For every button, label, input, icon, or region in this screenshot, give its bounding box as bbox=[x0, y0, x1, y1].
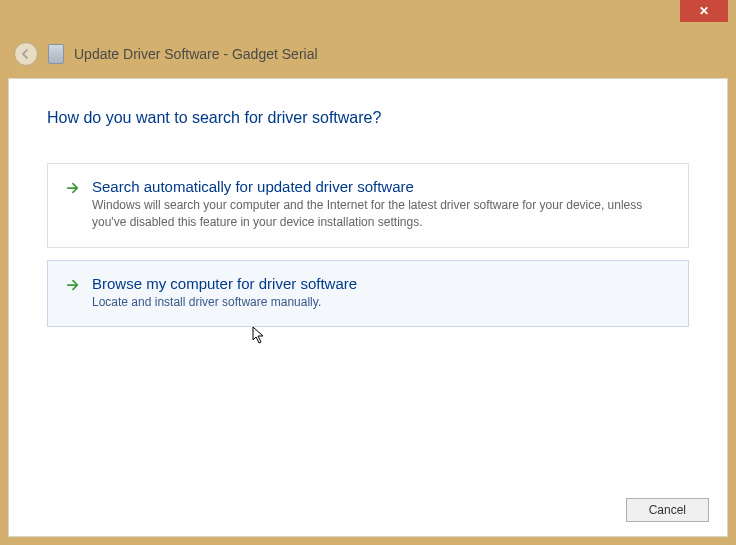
option-title: Browse my computer for driver software bbox=[92, 275, 670, 292]
option-content: Search automatically for updated driver … bbox=[92, 178, 670, 231]
button-bar: Cancel bbox=[626, 498, 709, 522]
option-browse-computer[interactable]: Browse my computer for driver software L… bbox=[47, 260, 689, 328]
option-search-automatically[interactable]: Search automatically for updated driver … bbox=[47, 163, 689, 248]
back-arrow-icon bbox=[20, 48, 32, 60]
window-title: Update Driver Software - Gadget Serial bbox=[74, 46, 318, 62]
option-description: Windows will search your computer and th… bbox=[92, 197, 670, 231]
device-icon bbox=[48, 44, 64, 64]
window-frame: ✕ Update Driver Software - Gadget Serial… bbox=[0, 0, 736, 545]
option-description: Locate and install driver software manua… bbox=[92, 294, 670, 311]
arrow-right-icon bbox=[66, 181, 80, 199]
option-content: Browse my computer for driver software L… bbox=[92, 275, 670, 311]
close-button[interactable]: ✕ bbox=[680, 0, 728, 22]
close-icon: ✕ bbox=[699, 4, 709, 18]
page-heading: How do you want to search for driver sof… bbox=[47, 109, 689, 127]
option-title: Search automatically for updated driver … bbox=[92, 178, 670, 195]
cancel-button[interactable]: Cancel bbox=[626, 498, 709, 522]
back-button[interactable] bbox=[14, 42, 38, 66]
header-bar: Update Driver Software - Gadget Serial bbox=[14, 36, 728, 72]
arrow-right-icon bbox=[66, 278, 80, 296]
dialog-body: How do you want to search for driver sof… bbox=[8, 78, 728, 537]
